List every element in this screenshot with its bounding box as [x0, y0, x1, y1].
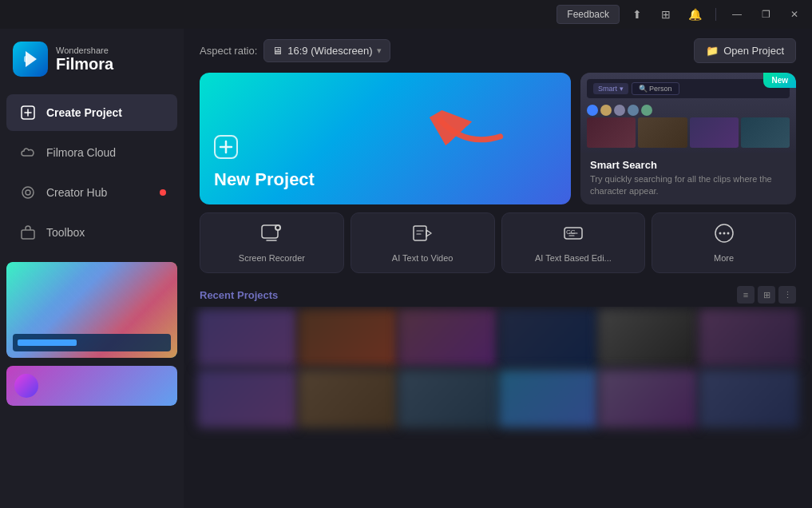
cards-section: New Project Smart ▾ 🔍 Person [184, 73, 812, 204]
smart-chip: Smart ▾ [593, 83, 628, 94]
arrow-decoration [430, 85, 521, 180]
sidebar-item-toolbox-label: Toolbox [46, 226, 85, 239]
svg-text:CC: CC [566, 228, 576, 236]
svg-rect-1 [24, 56, 27, 62]
restore-button[interactable]: ❐ [755, 3, 777, 26]
close-button[interactable]: ✕ [783, 3, 806, 26]
sidebar: Wondershare Filmora Create Project Filmo… [0, 29, 184, 508]
aspect-ratio-dropdown[interactable]: 🖥 16:9 (Widescreen) ▾ [263, 39, 390, 62]
svg-point-17 [727, 232, 729, 235]
content-area: Aspect ratio: 🖥 16:9 (Widescreen) ▾ 📁 Op… [184, 29, 812, 508]
list-view-icon[interactable]: ≡ [737, 286, 755, 304]
feature-card-info: Smart Search Try quickly searching for a… [580, 153, 796, 204]
feature-card[interactable]: Smart ▾ 🔍 Person [580, 73, 796, 204]
aspect-ratio-label: Aspect ratio: [200, 45, 257, 57]
quick-actions-bar: Screen Recorder AI Text to Video [184, 204, 812, 281]
folder-icon: 📁 [706, 45, 719, 57]
upload-icon[interactable]: ⬆ [626, 3, 648, 26]
ai-text-to-video-label: AI Text to Video [392, 253, 454, 263]
chevron-down-icon: ▾ [377, 46, 382, 56]
new-project-title: New Project [214, 169, 557, 190]
video-thumb-5[interactable] [598, 308, 698, 367]
feature-card-title: Smart Search [590, 159, 786, 171]
recent-thumb-1[interactable] [6, 262, 177, 358]
ai-text-based-edit-button[interactable]: CC AI Text Based Edi... [501, 212, 646, 273]
video-thumb-11[interactable] [598, 369, 698, 428]
grid-icon[interactable]: ⊞ [655, 3, 677, 26]
top-bar: Aspect ratio: 🖥 16:9 (Widescreen) ▾ 📁 Op… [184, 29, 812, 73]
open-project-label: Open Project [723, 45, 784, 57]
recents-title: Recent Projects [200, 289, 278, 301]
view-toggle: ≡ ⊞ ⋮ [737, 286, 796, 304]
video-thumb-8[interactable] [298, 369, 398, 428]
main-layout: Wondershare Filmora Create Project Filmo… [0, 29, 812, 508]
video-thumb-3[interactable] [398, 308, 497, 367]
video-thumb-10[interactable] [498, 369, 598, 428]
video-thumb-12[interactable] [699, 369, 798, 428]
recent-thumb-2[interactable] [6, 361, 177, 406]
minimize-button[interactable]: — [726, 3, 748, 26]
feature-card-description: Try quickly searching for all the clips … [590, 173, 786, 198]
screen-recorder-icon [261, 223, 282, 248]
screen-recorder-label: Screen Recorder [239, 253, 305, 263]
sidebar-item-filmora-cloud-label: Filmora Cloud [46, 146, 116, 159]
logo-top: Wondershare [56, 46, 113, 55]
more-button[interactable]: More [652, 212, 796, 273]
aspect-ratio-value: 16:9 (Widescreen) [287, 45, 372, 57]
svg-marker-0 [26, 51, 37, 67]
video-thumb-4[interactable] [498, 308, 598, 367]
aspect-ratio-selector: Aspect ratio: 🖥 16:9 (Widescreen) ▾ [200, 39, 390, 62]
new-project-card[interactable]: New Project [200, 73, 571, 204]
recent-thumb-img-1 [6, 262, 177, 358]
new-badge: New [763, 73, 796, 88]
video-thumb-9[interactable] [398, 369, 497, 428]
recent-thumb-img-2 [6, 366, 177, 406]
grid-view-icon[interactable]: ⊞ [758, 286, 775, 304]
video-thumb-2[interactable] [298, 308, 398, 367]
logo-area: Wondershare Filmora [0, 29, 184, 93]
more-icon [714, 223, 735, 248]
svg-point-15 [719, 232, 721, 235]
video-thumb-7[interactable] [197, 369, 297, 428]
video-grid [184, 307, 812, 508]
feedback-button[interactable]: Feedback [557, 5, 620, 24]
svg-rect-5 [22, 230, 34, 239]
svg-point-4 [26, 190, 30, 195]
sidebar-item-creator-hub[interactable]: Creator Hub [6, 174, 177, 211]
divider [715, 8, 716, 21]
sidebar-item-create-project[interactable]: Create Project [6, 94, 177, 131]
create-project-icon [19, 104, 37, 121]
ai-text-based-edit-label: AI Text Based Edi... [535, 253, 612, 263]
ai-text-to-video-icon [412, 223, 433, 248]
svg-point-3 [22, 187, 34, 198]
video-thumb-6[interactable] [699, 308, 798, 367]
feature-card-preview: Smart ▾ 🔍 Person [580, 73, 796, 153]
screen-recorder-button[interactable]: Screen Recorder [200, 212, 344, 273]
svg-point-16 [723, 232, 725, 235]
sidebar-item-filmora-cloud[interactable]: Filmora Cloud [6, 134, 177, 171]
video-row-1 [200, 310, 796, 366]
video-row-2 [200, 371, 796, 427]
svg-rect-11 [414, 226, 426, 240]
more-label: More [714, 253, 734, 263]
open-project-button[interactable]: 📁 Open Project [694, 38, 796, 63]
monitor-icon: 🖥 [272, 45, 283, 57]
detail-view-icon[interactable]: ⋮ [778, 286, 796, 304]
title-bar: Feedback ⬆ ⊞ 🔔 — ❐ ✕ [0, 0, 812, 29]
toolbox-icon [19, 224, 37, 241]
recents-header: Recent Projects ≡ ⊞ ⋮ [184, 281, 812, 307]
sidebar-item-creator-hub-label: Creator Hub [46, 186, 107, 199]
cloud-icon [19, 144, 37, 161]
bell-icon[interactable]: 🔔 [683, 3, 706, 26]
search-preview-input: 🔍 Person [632, 82, 679, 95]
notification-dot [160, 189, 166, 196]
sidebar-item-create-project-label: Create Project [46, 106, 122, 119]
logo-text: Wondershare Filmora [56, 46, 113, 73]
sidebar-item-toolbox[interactable]: Toolbox [6, 214, 177, 251]
recent-projects-sidebar [0, 252, 184, 508]
video-thumb-1[interactable] [197, 308, 297, 367]
ai-text-to-video-button[interactable]: AI Text to Video [351, 212, 495, 273]
svg-point-10 [276, 226, 279, 229]
ai-text-based-edit-icon: CC [563, 223, 584, 248]
app-logo-icon [13, 42, 48, 77]
